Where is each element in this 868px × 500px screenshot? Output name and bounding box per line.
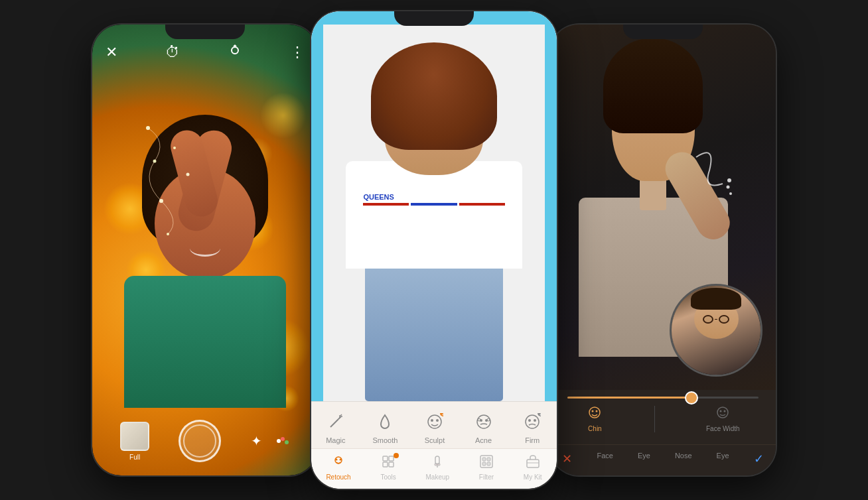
close-button[interactable]: ✕ — [106, 44, 117, 61]
mykit-nav-label: My Kit — [524, 473, 542, 481]
p3-cancel-icon: ✕ — [562, 452, 572, 466]
face-width-option[interactable]: Face Width — [706, 405, 740, 432]
p3-cancel-btn[interactable]: ✕ — [562, 452, 572, 466]
acne-svg — [475, 413, 492, 430]
p3-eye-nav[interactable]: Eye — [638, 452, 650, 466]
svg-point-0 — [146, 126, 150, 130]
svg-point-5 — [186, 173, 190, 176]
queens-line1: QUEENS — [363, 193, 504, 202]
svg-point-7 — [277, 439, 281, 443]
gallery-area[interactable]: Full — [120, 422, 149, 461]
phone3-photo-area — [550, 25, 776, 390]
acne-label: Acne — [475, 436, 492, 444]
svg-point-48 — [727, 186, 730, 189]
svg-rect-36 — [389, 462, 394, 467]
slider-track[interactable] — [567, 397, 759, 399]
smooth-drop-svg — [377, 412, 393, 431]
svg-point-54 — [720, 410, 722, 412]
fairy-lights-svg — [115, 115, 295, 408]
stripe-blue — [411, 203, 457, 206]
face-width-icon-svg — [714, 405, 731, 422]
p3-confirm-icon: ✓ — [754, 452, 764, 466]
phone2-content: QUEENS — [311, 11, 557, 489]
phone1-top-bar: ✕ ⏱ ⋮ — [92, 43, 318, 62]
sculpt-face-svg: + — [426, 413, 443, 430]
face-option-divider — [654, 406, 655, 432]
svg-point-8 — [281, 437, 285, 441]
smooth-label: Smooth — [372, 436, 398, 444]
retouch-icon-svg — [331, 454, 346, 469]
svg-text:+: + — [540, 413, 542, 417]
tool-acne[interactable]: Acne — [472, 410, 496, 444]
svg-rect-42 — [487, 458, 490, 461]
svg-line-10 — [330, 419, 338, 427]
chin-option[interactable]: Chin — [586, 405, 603, 432]
p3-confirm-btn[interactable]: ✓ — [754, 452, 764, 466]
p3-circle-thumbnail — [670, 284, 762, 377]
firm-label: Firm — [525, 436, 540, 444]
p3-eye2-nav[interactable]: Eye — [717, 452, 729, 466]
slider-fill — [567, 397, 691, 399]
laughing-woman — [115, 115, 295, 408]
sculpt-label: Sculpt — [425, 436, 445, 444]
nav-retouch[interactable]: Retouch — [326, 454, 350, 481]
p3-thumb-glasses — [696, 315, 736, 324]
face-width-label: Face Width — [706, 425, 740, 432]
svg-rect-35 — [383, 462, 388, 467]
stripe-red2 — [459, 203, 505, 206]
svg-rect-41 — [482, 458, 486, 461]
camera-flip-icon[interactable] — [228, 43, 242, 62]
svg-point-4 — [173, 147, 176, 149]
thumb-glasses-bridge — [715, 319, 717, 320]
wall-right-stripe — [545, 11, 557, 401]
slider-thumb[interactable] — [685, 391, 698, 405]
p3-thumb-hair — [691, 288, 741, 310]
phone2-photo-area: QUEENS — [311, 11, 557, 401]
phone3-nav: ✕ Face Eye Nose Eye ✓ — [550, 444, 776, 475]
svg-rect-40 — [480, 456, 492, 468]
chin-label: Chin — [588, 425, 602, 432]
filter-nav-label: Filter — [479, 473, 494, 481]
nav-mykit[interactable]: My Kit — [524, 454, 542, 481]
svg-point-52 — [596, 410, 598, 412]
mykit-icon-svg — [526, 454, 540, 469]
magic-label: Magic — [326, 436, 345, 444]
phone1-bottom-bar: Full ✦ — [92, 420, 318, 462]
tool-firm[interactable]: + Firm — [520, 410, 544, 444]
filter-nav-icon — [479, 454, 494, 472]
p3-face-label: Face — [597, 452, 613, 460]
sparkle-icon[interactable]: ✦ — [251, 433, 262, 449]
tools-nav-label: Tools — [380, 473, 396, 481]
nav-tools[interactable]: Tools — [380, 454, 396, 481]
gallery-thumbnail[interactable] — [120, 422, 149, 451]
tool-magic[interactable]: Magic — [324, 410, 348, 444]
p3-nose-nav[interactable]: Nose — [675, 452, 692, 466]
dots-icon[interactable] — [275, 434, 290, 448]
shutter-button[interactable] — [179, 420, 221, 462]
nav-filter[interactable]: Filter — [479, 454, 494, 481]
thumb-glasses-right — [719, 315, 729, 324]
p3-eye2-label: Eye — [717, 452, 729, 460]
timer-icon[interactable]: ⏱ — [165, 44, 180, 61]
magic-wand-svg — [328, 414, 344, 430]
mykit-nav-icon — [526, 454, 540, 472]
p3-eye-label: Eye — [638, 452, 650, 460]
chin-icon-svg — [586, 405, 603, 422]
p3-face-nav[interactable]: Face — [597, 452, 613, 466]
tool-smooth[interactable]: Smooth — [372, 410, 398, 444]
tool-sculpt[interactable]: + Sculpt — [423, 410, 447, 444]
model-figure: QUEENS — [336, 42, 532, 401]
filter-icon-svg — [479, 454, 494, 469]
more-options-icon[interactable]: ⋮ — [290, 44, 305, 61]
svg-point-9 — [285, 440, 289, 444]
svg-point-53 — [717, 407, 728, 418]
svg-rect-33 — [383, 456, 388, 461]
acne-icon — [472, 410, 496, 434]
svg-text:+: + — [441, 413, 443, 417]
shutter-inner — [183, 424, 216, 458]
svg-point-27 — [534, 419, 536, 422]
phone2-toolbar: Magic Smooth — [311, 401, 557, 448]
p3-nose-label: Nose — [675, 452, 692, 460]
nav-makeup[interactable]: Makeup — [425, 454, 449, 481]
model-jeans — [365, 269, 502, 401]
